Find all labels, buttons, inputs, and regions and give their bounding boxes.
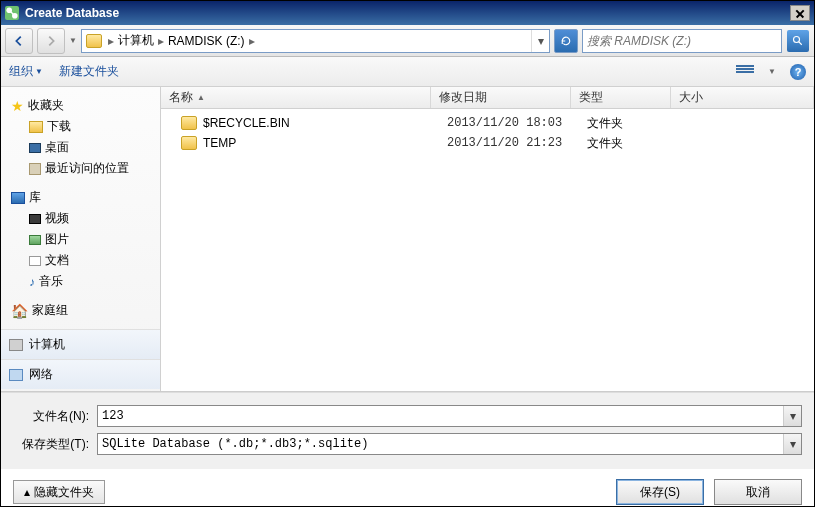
filetype-input[interactable] bbox=[98, 437, 783, 451]
sidebar: ★收藏夹 下载 桌面 最近访问的位置 库 视频 图片 文档 ♪音乐 🏠家庭组 计… bbox=[1, 87, 161, 391]
help-button[interactable]: ? bbox=[790, 64, 806, 80]
window-title: Create Database bbox=[25, 6, 782, 20]
nav-history-dropdown[interactable]: ▼ bbox=[69, 36, 77, 45]
file-date: 2013/11/20 18:03 bbox=[447, 116, 587, 130]
file-type: 文件夹 bbox=[587, 135, 687, 152]
sidebar-item-desktop[interactable]: 桌面 bbox=[7, 137, 160, 158]
drive-icon bbox=[86, 34, 102, 48]
sidebar-favorites[interactable]: ★收藏夹 bbox=[7, 95, 160, 116]
file-list-body: $RECYCLE.BIN 2013/11/20 18:03 文件夹 TEMP 2… bbox=[161, 109, 814, 391]
svg-line-2 bbox=[11, 12, 14, 15]
filetype-dropdown[interactable]: ▾ bbox=[783, 434, 801, 454]
sidebar-homegroup[interactable]: 🏠家庭组 bbox=[7, 300, 160, 321]
close-button[interactable] bbox=[790, 5, 810, 21]
sidebar-item-pictures[interactable]: 图片 bbox=[7, 229, 160, 250]
filename-combo[interactable]: ▾ bbox=[97, 405, 802, 427]
download-icon bbox=[29, 121, 43, 133]
organize-button[interactable]: 组织 ▼ bbox=[9, 63, 43, 80]
folder-icon bbox=[181, 136, 197, 150]
hide-folders-button[interactable]: ▴隐藏文件夹 bbox=[13, 480, 105, 504]
music-icon: ♪ bbox=[29, 275, 35, 289]
search-button[interactable] bbox=[787, 30, 809, 52]
file-name: TEMP bbox=[203, 136, 447, 150]
sidebar-item-music[interactable]: ♪音乐 bbox=[7, 271, 160, 292]
chevron-right-icon[interactable]: ▸ bbox=[106, 34, 116, 48]
network-icon bbox=[9, 369, 23, 381]
chevron-right-icon[interactable]: ▸ bbox=[247, 34, 257, 48]
file-date: 2013/11/20 21:23 bbox=[447, 136, 587, 150]
view-options-button[interactable] bbox=[736, 65, 754, 79]
view-dropdown[interactable]: ▼ bbox=[768, 67, 776, 76]
sidebar-computer[interactable]: 计算机 bbox=[1, 329, 160, 359]
footer: ▴隐藏文件夹 保存(S) 取消 bbox=[1, 469, 814, 507]
cancel-button[interactable]: 取消 bbox=[714, 479, 802, 505]
chevron-right-icon[interactable]: ▸ bbox=[156, 34, 166, 48]
filename-input[interactable] bbox=[98, 409, 783, 423]
toolbar: 组织 ▼ 新建文件夹 ▼ ? bbox=[1, 57, 814, 87]
sort-asc-icon: ▲ bbox=[197, 93, 205, 102]
file-name: $RECYCLE.BIN bbox=[203, 116, 447, 130]
file-list: 名称▲ 修改日期 类型 大小 $RECYCLE.BIN 2013/11/20 1… bbox=[161, 87, 814, 391]
search-box[interactable] bbox=[582, 29, 782, 53]
column-name[interactable]: 名称▲ bbox=[161, 87, 431, 108]
column-type[interactable]: 类型 bbox=[571, 87, 671, 108]
svg-line-4 bbox=[799, 41, 802, 44]
breadcrumb-computer[interactable]: 计算机 bbox=[116, 32, 156, 49]
forward-button[interactable] bbox=[37, 28, 65, 54]
column-date[interactable]: 修改日期 bbox=[431, 87, 571, 108]
recent-icon bbox=[29, 163, 41, 175]
column-headers: 名称▲ 修改日期 类型 大小 bbox=[161, 87, 814, 109]
new-folder-button[interactable]: 新建文件夹 bbox=[59, 63, 119, 80]
chevron-up-icon: ▴ bbox=[24, 485, 30, 499]
video-icon bbox=[29, 214, 41, 224]
title-bar: Create Database bbox=[1, 1, 814, 25]
file-row[interactable]: $RECYCLE.BIN 2013/11/20 18:03 文件夹 bbox=[161, 113, 814, 133]
sidebar-item-downloads[interactable]: 下载 bbox=[7, 116, 160, 137]
breadcrumb-drive[interactable]: RAMDISK (Z:) bbox=[166, 34, 247, 48]
column-size[interactable]: 大小 bbox=[671, 87, 814, 108]
app-icon bbox=[5, 6, 19, 20]
picture-icon bbox=[29, 235, 41, 245]
filename-label: 文件名(N): bbox=[13, 408, 89, 425]
filetype-label: 保存类型(T): bbox=[13, 436, 89, 453]
sidebar-item-documents[interactable]: 文档 bbox=[7, 250, 160, 271]
file-row[interactable]: TEMP 2013/11/20 21:23 文件夹 bbox=[161, 133, 814, 153]
sidebar-libraries[interactable]: 库 bbox=[7, 187, 160, 208]
refresh-button[interactable] bbox=[554, 29, 578, 53]
svg-point-3 bbox=[794, 36, 800, 42]
address-dropdown[interactable]: ▾ bbox=[531, 30, 549, 52]
filename-dropdown[interactable]: ▾ bbox=[783, 406, 801, 426]
folder-icon bbox=[181, 116, 197, 130]
bottom-panel: 文件名(N): ▾ 保存类型(T): ▾ bbox=[1, 392, 814, 469]
save-button[interactable]: 保存(S) bbox=[616, 479, 704, 505]
search-input[interactable] bbox=[583, 34, 781, 48]
document-icon bbox=[29, 256, 41, 266]
back-button[interactable] bbox=[5, 28, 33, 54]
sidebar-item-recent[interactable]: 最近访问的位置 bbox=[7, 158, 160, 179]
desktop-icon bbox=[29, 143, 41, 153]
homegroup-icon: 🏠 bbox=[11, 303, 28, 319]
main-area: ★收藏夹 下载 桌面 最近访问的位置 库 视频 图片 文档 ♪音乐 🏠家庭组 计… bbox=[1, 87, 814, 392]
sidebar-item-videos[interactable]: 视频 bbox=[7, 208, 160, 229]
computer-icon bbox=[9, 339, 23, 351]
filetype-combo[interactable]: ▾ bbox=[97, 433, 802, 455]
address-bar[interactable]: ▸ 计算机 ▸ RAMDISK (Z:) ▸ ▾ bbox=[81, 29, 550, 53]
star-icon: ★ bbox=[11, 98, 24, 114]
sidebar-network[interactable]: 网络 bbox=[1, 359, 160, 389]
nav-bar: ▼ ▸ 计算机 ▸ RAMDISK (Z:) ▸ ▾ bbox=[1, 25, 814, 57]
library-icon bbox=[11, 192, 25, 204]
file-type: 文件夹 bbox=[587, 115, 687, 132]
